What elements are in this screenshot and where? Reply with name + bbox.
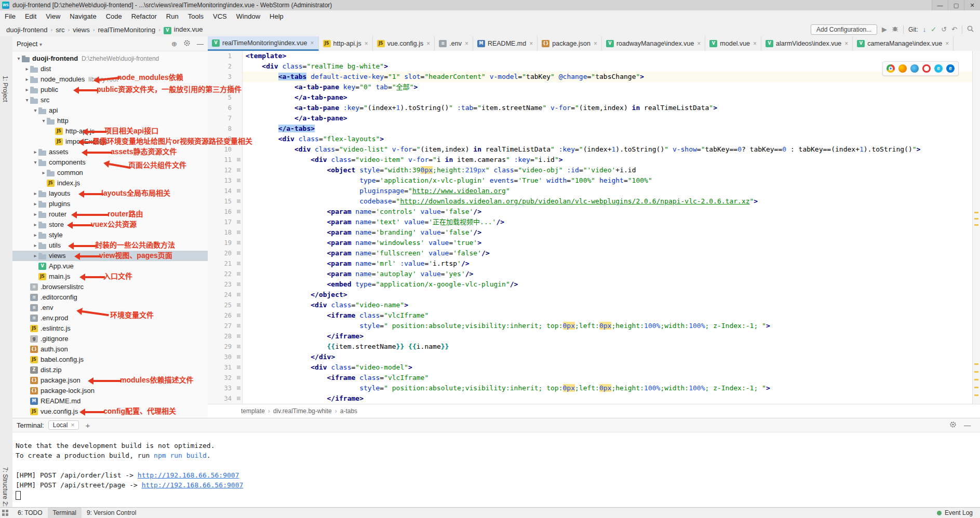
fold-marker[interactable] [236,82,243,92]
line-number[interactable]: 2 [208,61,236,72]
breadcrumb-item-realtimemonitoring[interactable]: realTimeMonitoring [97,26,156,34]
code-text[interactable]: <param name='controls' value='false'/> [243,207,973,217]
code-text[interactable]: <div class="video-item" v-for="i in item… [243,155,973,165]
close-button[interactable]: ✕ [964,0,980,10]
menu-tools[interactable]: Tools [183,10,208,23]
line-number[interactable]: 15 [208,196,236,207]
fold-marker[interactable] [236,238,243,248]
tree-item-dist[interactable]: ▸dist [12,64,208,74]
browser-icon-safari[interactable] [910,64,919,73]
code-text[interactable]: <template> [243,51,973,61]
tool-window-button-1-project[interactable]: 1: Project [2,76,9,102]
search-button[interactable] [967,25,974,34]
tree-item-http-api-js[interactable]: JShttp-api.js [12,126,208,137]
editor-breadcrumb-a-tabs[interactable]: a-tabs [340,407,357,415]
line-number[interactable]: 14 [208,186,236,196]
close-icon[interactable]: × [426,40,430,47]
code-text[interactable]: <div class="video-list" v-for="(item,ind… [243,144,973,155]
chevron-right-icon[interactable]: ▸ [32,230,38,240]
terminal-tab-local[interactable]: Local × [48,420,79,430]
git-rollback-button[interactable]: ↶ [951,25,957,34]
code-text[interactable]: </iframe> [243,393,973,404]
code-text[interactable]: style=" position:absolute;visibility:inh… [243,383,973,393]
event-log-item[interactable]: Event Log [945,509,973,516]
warning-stripe-mark[interactable] [974,387,978,388]
editor-tab-model-vue[interactable]: Vmodel.vue× [705,36,761,51]
code-text[interactable]: <iframe class="vlcIframe" [243,373,973,383]
line-number[interactable]: 32 [208,373,236,383]
line-number[interactable]: 16 [208,207,236,217]
line-number[interactable]: 28 [208,331,236,342]
tree-item-views[interactable]: ▸views [12,251,208,261]
warning-stripe-mark[interactable] [974,371,978,373]
menu-refactor[interactable]: Refactor [127,10,162,23]
fold-marker[interactable] [236,155,243,165]
line-number[interactable]: 25 [208,300,236,310]
fold-marker[interactable] [236,92,243,103]
code-text[interactable]: <object style="width:390px;height:219px"… [243,165,973,175]
chevron-right-icon[interactable]: ▸ [32,209,38,220]
tree-item-store[interactable]: ▸store [12,220,208,230]
fold-marker[interactable] [236,279,243,290]
code-text[interactable]: codebase="http://downloads.videolan.org/… [243,196,973,207]
chevron-right-icon[interactable]: ▸ [24,74,30,85]
status-item-9-version-control[interactable]: 9: Version Control [82,508,141,518]
fold-marker[interactable] [236,207,243,217]
tree-item-package-lock-json[interactable]: {}package-lock.json [12,386,208,396]
browser-icon-chrome[interactable] [887,64,895,73]
tree-item-common[interactable]: ▸common [12,168,208,178]
code-text[interactable]: </a-tab-pane> [243,92,973,103]
terminal-settings-button[interactable] [949,421,957,430]
editor-tab-alarmvideos-index-vue[interactable]: ValarmVideos\index.vue× [761,36,853,51]
editor-tab-readme-md[interactable]: MREADME.md× [473,36,538,51]
tree-item-vue-config-js[interactable]: JSvue.config.js [12,406,208,417]
tree-item-package-json[interactable]: {}package.json [12,375,208,386]
browser-icon-edge[interactable]: e [946,64,955,73]
code-text[interactable]: <embed type="application/x-google-vlc-pl… [243,279,973,290]
tree-item-gitignore[interactable]: g.gitignore [12,334,208,344]
line-number[interactable]: 12 [208,165,236,175]
line-number[interactable]: 17 [208,217,236,227]
tree-item-editorconfig[interactable]: ≡.editorconfig [12,292,208,303]
chevron-right-icon[interactable]: ▸ [32,199,38,209]
fold-marker[interactable] [236,186,243,196]
line-number[interactable]: 18 [208,227,236,238]
tree-item-env[interactable]: ≡.env [12,303,208,313]
menu-navigate[interactable]: Navigate [65,10,101,23]
breadcrumb-item-views[interactable]: views [72,26,91,34]
menu-view[interactable]: View [41,10,65,23]
fold-marker[interactable] [236,321,243,331]
line-number[interactable]: 30 [208,352,236,362]
fold-marker[interactable] [236,227,243,238]
warning-stripe-mark[interactable] [974,363,978,365]
tree-item-env-prod[interactable]: ≡.env.prod [12,313,208,323]
code-text[interactable]: {{item.streetName}} {{i.name}} [243,342,973,352]
code-text[interactable]: <a-tab-pane key="0" tab="全部"> [243,82,973,92]
code-text[interactable]: <param name='autoplay' value='yes'/> [243,269,973,279]
warning-stripe-mark[interactable] [974,218,978,220]
chevron-right-icon[interactable]: ▸ [24,64,30,74]
fold-marker[interactable] [236,342,243,352]
warning-stripe-mark[interactable] [974,379,978,380]
code-text[interactable]: <param name='branding' value='false'/> [243,227,973,238]
tree-item-browserslistrc[interactable]: ≡.browserslistrc [12,282,208,292]
tree-item-readme-md[interactable]: MREADME.md [12,396,208,406]
menu-run[interactable]: Run [162,10,183,23]
code-text[interactable]: <param name='windowless' value='true'> [243,238,973,248]
line-number[interactable]: 13 [208,175,236,186]
tree-item-eslintrc-js[interactable]: JS.eslintrc.js [12,323,208,334]
new-terminal-button[interactable]: + [83,421,92,430]
tree-item-assets[interactable]: ▸assets [12,147,208,157]
close-icon[interactable]: × [311,39,314,47]
tree-item-components[interactable]: ▾components [12,157,208,168]
code-text[interactable]: <param name='mrl' :value='i.rtsp'/> [243,258,973,269]
line-number[interactable]: 5 [208,92,236,103]
maximize-button[interactable]: ▢ [948,0,964,10]
editor-breadcrumb-template[interactable]: template [241,407,265,415]
line-number[interactable]: 3 [208,72,236,82]
run-button[interactable]: ▶ [882,25,887,34]
code-text[interactable]: </a-tab-pane> [243,113,973,124]
code-text[interactable]: </div> [243,352,973,362]
fold-marker[interactable] [236,134,243,144]
terminal-link[interactable]: http://192.168.66.56:9007 [142,481,244,489]
